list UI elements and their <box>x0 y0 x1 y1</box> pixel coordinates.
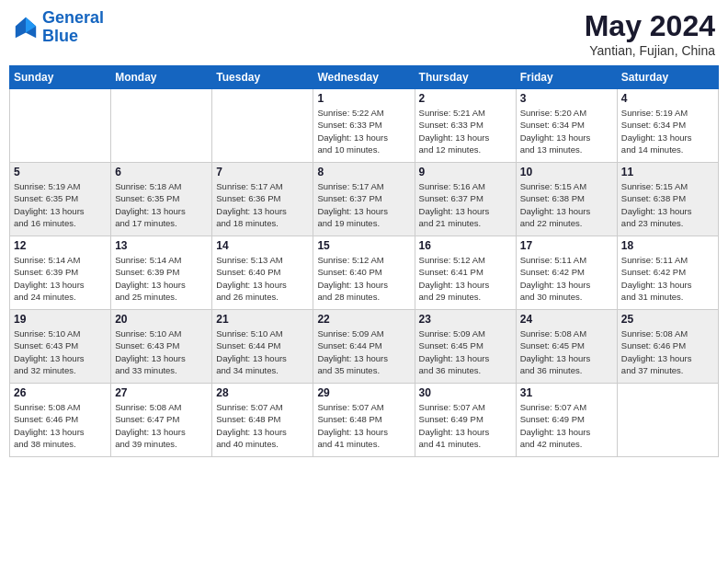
calendar-cell: 26Sunrise: 5:08 AM Sunset: 6:46 PM Dayli… <box>10 384 111 457</box>
weekday-header: Wednesday <box>313 66 415 89</box>
day-number: 11 <box>621 166 714 178</box>
day-info: Sunrise: 5:07 AM Sunset: 6:48 PM Dayligh… <box>216 401 309 450</box>
day-info: Sunrise: 5:16 AM Sunset: 6:37 PM Dayligh… <box>419 180 512 229</box>
calendar-cell <box>617 384 718 457</box>
calendar-cell: 27Sunrise: 5:08 AM Sunset: 6:47 PM Dayli… <box>111 384 212 457</box>
day-number: 30 <box>419 386 512 399</box>
location-subtitle: Yantian, Fujian, China <box>585 43 715 58</box>
day-info: Sunrise: 5:20 AM Sunset: 6:34 PM Dayligh… <box>520 107 613 155</box>
weekday-header-row: SundayMondayTuesdayWednesdayThursdayFrid… <box>10 66 719 89</box>
calendar-cell: 8Sunrise: 5:17 AM Sunset: 6:37 PM Daylig… <box>313 163 415 236</box>
day-info: Sunrise: 5:11 AM Sunset: 6:42 PM Dayligh… <box>520 254 613 303</box>
day-info: Sunrise: 5:11 AM Sunset: 6:42 PM Dayligh… <box>621 254 714 303</box>
day-number: 23 <box>419 313 512 326</box>
calendar-week-row: 19Sunrise: 5:10 AM Sunset: 6:43 PM Dayli… <box>10 310 719 384</box>
calendar-cell: 28Sunrise: 5:07 AM Sunset: 6:48 PM Dayli… <box>212 384 313 457</box>
day-info: Sunrise: 5:07 AM Sunset: 6:49 PM Dayligh… <box>419 401 512 450</box>
calendar-cell <box>111 89 212 163</box>
calendar-cell: 18Sunrise: 5:11 AM Sunset: 6:42 PM Dayli… <box>617 236 718 310</box>
calendar-week-row: 1Sunrise: 5:22 AM Sunset: 6:33 PM Daylig… <box>10 89 719 163</box>
day-info: Sunrise: 5:09 AM Sunset: 6:44 PM Dayligh… <box>317 327 410 376</box>
weekday-header: Tuesday <box>212 66 313 89</box>
day-number: 17 <box>520 239 613 252</box>
calendar-cell: 24Sunrise: 5:08 AM Sunset: 6:45 PM Dayli… <box>516 310 617 384</box>
day-number: 24 <box>520 313 613 326</box>
day-number: 21 <box>216 313 309 326</box>
day-info: Sunrise: 5:15 AM Sunset: 6:38 PM Dayligh… <box>621 180 714 229</box>
day-number: 3 <box>520 92 613 105</box>
day-number: 15 <box>317 239 410 252</box>
day-number: 14 <box>216 239 309 252</box>
day-number: 5 <box>14 166 107 178</box>
month-year-title: May 2024 <box>585 9 715 43</box>
day-number: 19 <box>14 313 107 326</box>
calendar-cell <box>212 89 313 163</box>
day-info: Sunrise: 5:17 AM Sunset: 6:37 PM Dayligh… <box>317 180 410 229</box>
calendar-cell: 21Sunrise: 5:10 AM Sunset: 6:44 PM Dayli… <box>212 310 313 384</box>
day-info: Sunrise: 5:17 AM Sunset: 6:36 PM Dayligh… <box>216 180 309 229</box>
calendar-cell: 3Sunrise: 5:20 AM Sunset: 6:34 PM Daylig… <box>516 89 617 163</box>
calendar-cell: 9Sunrise: 5:16 AM Sunset: 6:37 PM Daylig… <box>415 163 516 236</box>
day-number: 18 <box>621 239 714 252</box>
calendar-cell: 6Sunrise: 5:18 AM Sunset: 6:35 PM Daylig… <box>111 163 212 236</box>
day-info: Sunrise: 5:07 AM Sunset: 6:48 PM Dayligh… <box>317 401 410 450</box>
weekday-header: Thursday <box>415 66 516 89</box>
day-number: 6 <box>115 166 208 178</box>
calendar-cell: 4Sunrise: 5:19 AM Sunset: 6:34 PM Daylig… <box>617 89 718 163</box>
calendar-cell: 1Sunrise: 5:22 AM Sunset: 6:33 PM Daylig… <box>313 89 415 163</box>
calendar-cell: 17Sunrise: 5:11 AM Sunset: 6:42 PM Dayli… <box>516 236 617 310</box>
calendar-week-row: 12Sunrise: 5:14 AM Sunset: 6:39 PM Dayli… <box>10 236 719 310</box>
day-info: Sunrise: 5:14 AM Sunset: 6:39 PM Dayligh… <box>115 254 208 303</box>
logo-text: General Blue <box>42 9 104 46</box>
calendar-cell: 15Sunrise: 5:12 AM Sunset: 6:40 PM Dayli… <box>313 236 415 310</box>
day-number: 27 <box>115 386 208 399</box>
day-number: 28 <box>216 386 309 399</box>
day-number: 13 <box>115 239 208 252</box>
calendar-cell: 25Sunrise: 5:08 AM Sunset: 6:46 PM Dayli… <box>617 310 718 384</box>
calendar-cell: 31Sunrise: 5:07 AM Sunset: 6:49 PM Dayli… <box>516 384 617 457</box>
calendar-cell: 22Sunrise: 5:09 AM Sunset: 6:44 PM Dayli… <box>313 310 415 384</box>
day-info: Sunrise: 5:13 AM Sunset: 6:40 PM Dayligh… <box>216 254 309 303</box>
day-info: Sunrise: 5:19 AM Sunset: 6:34 PM Dayligh… <box>621 107 714 155</box>
day-number: 20 <box>115 313 208 326</box>
day-number: 7 <box>216 166 309 178</box>
calendar-cell: 13Sunrise: 5:14 AM Sunset: 6:39 PM Dayli… <box>111 236 212 310</box>
title-block: May 2024 Yantian, Fujian, China <box>585 9 715 58</box>
calendar-week-row: 5Sunrise: 5:19 AM Sunset: 6:35 PM Daylig… <box>10 163 719 236</box>
day-info: Sunrise: 5:08 AM Sunset: 6:45 PM Dayligh… <box>520 327 613 376</box>
day-info: Sunrise: 5:12 AM Sunset: 6:40 PM Dayligh… <box>317 254 410 303</box>
weekday-header: Saturday <box>617 66 718 89</box>
calendar-cell: 20Sunrise: 5:10 AM Sunset: 6:43 PM Dayli… <box>111 310 212 384</box>
page-header: General Blue May 2024 Yantian, Fujian, C… <box>9 9 719 58</box>
calendar-cell: 23Sunrise: 5:09 AM Sunset: 6:45 PM Dayli… <box>415 310 516 384</box>
day-info: Sunrise: 5:09 AM Sunset: 6:45 PM Dayligh… <box>419 327 512 376</box>
calendar-cell <box>10 89 111 163</box>
day-number: 8 <box>317 166 410 178</box>
calendar-cell: 7Sunrise: 5:17 AM Sunset: 6:36 PM Daylig… <box>212 163 313 236</box>
day-number: 2 <box>419 92 512 105</box>
calendar-table: SundayMondayTuesdayWednesdayThursdayFrid… <box>9 65 719 457</box>
day-number: 29 <box>317 386 410 399</box>
day-number: 10 <box>520 166 613 178</box>
calendar-cell: 30Sunrise: 5:07 AM Sunset: 6:49 PM Dayli… <box>415 384 516 457</box>
day-info: Sunrise: 5:10 AM Sunset: 6:43 PM Dayligh… <box>115 327 208 376</box>
calendar-week-row: 26Sunrise: 5:08 AM Sunset: 6:46 PM Dayli… <box>10 384 719 457</box>
day-number: 25 <box>621 313 714 326</box>
logo: General Blue <box>13 9 104 46</box>
day-info: Sunrise: 5:21 AM Sunset: 6:33 PM Dayligh… <box>419 107 512 155</box>
day-info: Sunrise: 5:14 AM Sunset: 6:39 PM Dayligh… <box>14 254 107 303</box>
weekday-header: Monday <box>111 66 212 89</box>
day-number: 26 <box>14 386 107 399</box>
day-info: Sunrise: 5:07 AM Sunset: 6:49 PM Dayligh… <box>520 401 613 450</box>
day-info: Sunrise: 5:10 AM Sunset: 6:44 PM Dayligh… <box>216 327 309 376</box>
calendar-cell: 14Sunrise: 5:13 AM Sunset: 6:40 PM Dayli… <box>212 236 313 310</box>
calendar-cell: 2Sunrise: 5:21 AM Sunset: 6:33 PM Daylig… <box>415 89 516 163</box>
day-number: 9 <box>419 166 512 178</box>
weekday-header: Sunday <box>10 66 111 89</box>
day-info: Sunrise: 5:18 AM Sunset: 6:35 PM Dayligh… <box>115 180 208 229</box>
calendar-cell: 12Sunrise: 5:14 AM Sunset: 6:39 PM Dayli… <box>10 236 111 310</box>
day-number: 22 <box>317 313 410 326</box>
day-number: 31 <box>520 386 613 399</box>
calendar-cell: 16Sunrise: 5:12 AM Sunset: 6:41 PM Dayli… <box>415 236 516 310</box>
day-info: Sunrise: 5:15 AM Sunset: 6:38 PM Dayligh… <box>520 180 613 229</box>
